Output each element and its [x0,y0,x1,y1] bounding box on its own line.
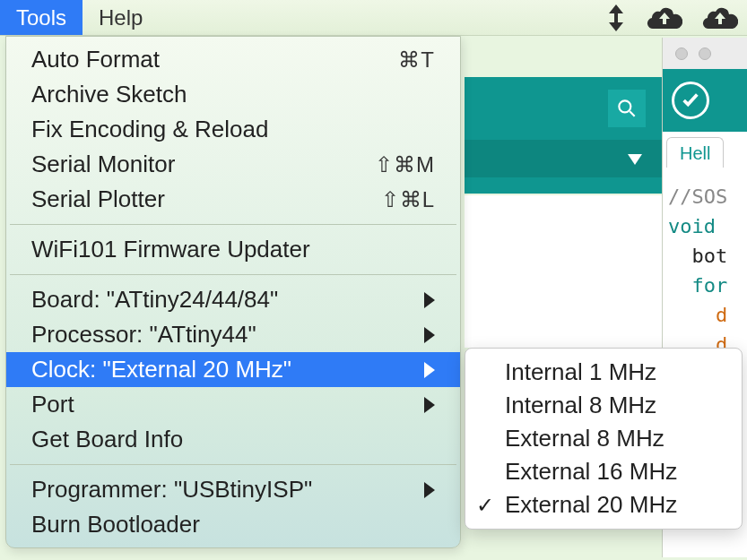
window-traffic-lights [663,38,747,69]
menu-get-board-info[interactable]: Get Board Info [6,422,460,457]
submenu-arrow-icon [424,482,435,498]
cloud-upload-icon [647,5,682,30]
clock-option-internal-1[interactable]: Internal 1 MHz [465,356,742,389]
menu-item-label: Burn Bootloader [31,511,435,538]
submenu-item-label: External 16 MHz [505,458,677,485]
menubar-status-icons [605,4,747,31]
menu-item-label: Serial Monitor [31,151,375,178]
submenu-arrow-icon [424,397,435,413]
menu-port[interactable]: Port [6,387,460,422]
menu-separator [10,224,456,225]
menu-item-label: Get Board Info [31,426,435,453]
menu-item-label: Port [31,391,417,418]
submenu-item-label: External 8 MHz [505,425,664,452]
cloud-upload-icon-2 [702,5,738,30]
main-toolbar [465,77,662,140]
menu-item-label: Serial Plotter [31,185,381,213]
menu-help-label: Help [99,5,143,30]
submenu-item-label: Internal 1 MHz [505,358,656,385]
traffic-close[interactable] [675,47,688,60]
main-tabbar [465,140,662,177]
menu-archive-sketch[interactable]: Archive Sketch [6,77,460,112]
menu-separator [10,464,456,465]
submenu-arrow-icon [424,362,435,378]
menu-auto-format[interactable]: Auto Format ⌘T [6,42,460,77]
code-call: d [668,304,727,326]
menu-tools-label: Tools [16,5,66,30]
menu-clock[interactable]: Clock: "External 20 MHz" [6,352,460,387]
secondary-tab-label: Hell [680,143,710,163]
traffic-min[interactable] [699,47,711,60]
code-keyword-for: for [668,274,727,297]
clock-option-internal-8[interactable]: Internal 8 MHz [465,389,742,422]
menu-item-label: Programmer: "USBtinyISP" [31,476,417,504]
menu-tools[interactable]: Tools [0,0,83,35]
code-comment: //SOS [668,185,727,208]
secondary-toolbar [663,69,747,132]
menu-shortcut: ⌘T [398,47,435,73]
code-text: bot [668,245,727,267]
menu-processor[interactable]: Processor: "ATtiny44" [6,317,460,352]
secondary-tabbar: Hell [663,132,747,168]
menu-burn-bootloader[interactable]: Burn Bootloader [6,507,460,542]
menu-shortcut: ⇧⌘L [381,187,435,212]
secondary-tab[interactable]: Hell [666,137,724,168]
svg-point-0 [619,100,630,112]
clock-option-external-8[interactable]: External 8 MHz [465,422,742,455]
submenu-arrow-icon [424,327,435,343]
menu-serial-plotter[interactable]: Serial Plotter ⇧⌘L [6,182,460,217]
menu-programmer[interactable]: Programmer: "USBtinyISP" [6,472,460,507]
menu-item-label: Archive Sketch [31,81,435,108]
tools-dropdown: Auto Format ⌘T Archive Sketch Fix Encodi… [5,36,461,548]
verify-button[interactable] [672,82,709,119]
menu-shortcut: ⇧⌘M [375,152,435,177]
menu-board[interactable]: Board: "ATtiny24/44/84" [6,282,460,317]
checkmark-icon: ✓ [476,493,494,518]
main-editor-window-partial [465,77,662,194]
clock-option-external-20[interactable]: ✓ External 20 MHz [465,488,742,521]
menu-item-label: Clock: "External 20 MHz" [31,356,417,383]
menu-item-label: WiFi101 Firmware Updater [31,236,435,263]
menu-item-label: Auto Format [31,46,398,73]
submenu-item-label: External 20 MHz [505,491,677,518]
main-editor-blank [465,195,662,348]
clock-option-external-16[interactable]: External 16 MHz [465,455,742,488]
sync-updown-icon [605,4,627,31]
serial-monitor-button[interactable] [608,90,646,127]
submenu-arrow-icon [424,292,435,308]
menu-item-label: Board: "ATtiny24/44/84" [31,286,417,314]
tab-menu-button[interactable] [619,143,651,176]
menu-serial-monitor[interactable]: Serial Monitor ⇧⌘M [6,147,460,182]
menu-fix-encoding[interactable]: Fix Encoding & Reload [6,112,460,147]
menu-wifi101[interactable]: WiFi101 Firmware Updater [6,232,460,267]
menubar: Tools Help [0,0,747,36]
menu-item-label: Fix Encoding & Reload [31,116,435,143]
submenu-item-label: Internal 8 MHz [505,392,656,418]
code-keyword-void: void [668,215,716,237]
menu-item-label: Processor: "ATtiny44" [31,321,417,349]
menu-separator [10,274,456,275]
clock-submenu: Internal 1 MHz Internal 8 MHz External 8… [465,348,743,530]
menu-help[interactable]: Help [83,0,159,35]
